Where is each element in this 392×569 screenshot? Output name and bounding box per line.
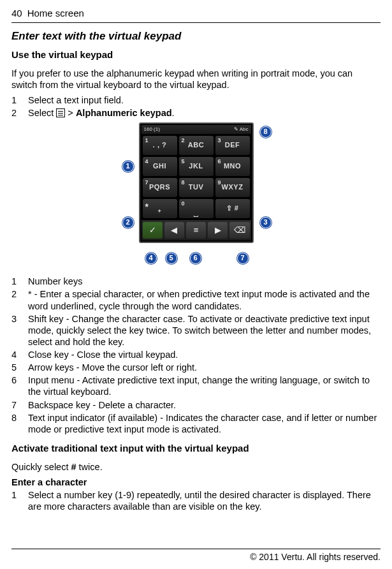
step-number: 1 xyxy=(11,489,28,512)
legend-row: 4Close key - Close the virtual keypad. xyxy=(11,349,381,360)
step-number: 1 xyxy=(11,94,28,106)
text-part: Quickly select xyxy=(11,462,71,472)
key-5[interactable]: 5JKL xyxy=(179,157,214,176)
legend-number: 1 xyxy=(11,276,28,287)
step-text-bold: Alphanumeric keypad xyxy=(76,108,172,118)
page-header: 40 Home screen xyxy=(11,8,381,20)
input-menu-key[interactable]: ≡ xyxy=(186,222,206,239)
arrow-left-key[interactable]: ◀ xyxy=(164,222,184,239)
virtual-keypad: 160 (1) ✎ Abc 1. , ? 2ABC 3DEF 4GHI 5JKL… xyxy=(139,122,254,243)
step-text-part: Select xyxy=(28,108,56,118)
legend-text: Close key - Close the virtual keypad. xyxy=(28,349,381,360)
step-text: Select > Alphanumeric keypad. xyxy=(28,107,381,119)
keypad-figure: 160 (1) ✎ Abc 1. , ? 2ABC 3DEF 4GHI 5JKL… xyxy=(11,122,381,269)
key-shift[interactable]: ⇧ # xyxy=(215,199,250,218)
legend-row: 8Text input indicator (if available) - I… xyxy=(11,412,381,435)
step-row: 1 Select a text input field. xyxy=(11,94,381,106)
step-text: Select a number key (1-9) repeatedly, un… xyxy=(28,489,381,512)
key-1[interactable]: 1. , ? xyxy=(143,136,177,155)
legend-text: * - Enter a special character, or when p… xyxy=(28,288,381,311)
arrow-right-key[interactable]: ▶ xyxy=(208,222,228,239)
legend-row: 5Arrow keys - Move the cursor left or ri… xyxy=(11,362,381,373)
legend-text: Arrow keys - Move the cursor left or rig… xyxy=(28,362,381,373)
section-title: Home screen xyxy=(22,8,381,20)
close-key[interactable]: ✓ xyxy=(143,222,163,239)
legend-text: Input menu - Activate predictive text in… xyxy=(28,374,381,397)
legend-number: 7 xyxy=(11,399,28,411)
header-rule xyxy=(11,22,381,23)
step-row: 1 Select a number key (1-9) repeatedly, … xyxy=(11,489,381,512)
activate-paragraph: Quickly select # twice. xyxy=(11,461,381,473)
step-text: Select a text input field. xyxy=(28,94,381,106)
key-2[interactable]: 2ABC xyxy=(179,136,214,155)
backspace-key[interactable]: ⌫ xyxy=(229,222,249,239)
callout-4: 4 xyxy=(145,253,157,264)
status-left: 160 (1) xyxy=(144,126,160,133)
legend-text: Shift key - Change the character case. T… xyxy=(28,313,381,348)
key-3[interactable]: 3DEF xyxy=(215,136,250,155)
copyright-text: © 2011 Vertu. All rights reserved. xyxy=(11,552,381,563)
intro-paragraph: If you prefer to use the alphanumeric ke… xyxy=(11,68,381,91)
heading-use-keypad: Use the virtual keypad xyxy=(11,49,381,61)
page-number: 40 xyxy=(11,8,22,20)
status-right: ✎ Abc xyxy=(234,126,249,133)
legend-row: 3Shift key - Change the character case. … xyxy=(11,313,381,348)
hash-bold: # xyxy=(71,462,76,472)
legend-row: 6Input menu - Activate predictive text i… xyxy=(11,374,381,397)
text-part: twice. xyxy=(76,462,103,472)
callout-6: 6 xyxy=(190,253,201,264)
legend-number: 5 xyxy=(11,362,28,373)
step-text-part: > xyxy=(65,108,76,118)
callout-2: 2 xyxy=(122,217,134,228)
callout-1: 1 xyxy=(122,161,134,172)
callout-5: 5 xyxy=(166,253,177,264)
legend-row: 1Number keys xyxy=(11,276,381,287)
legend-number: 4 xyxy=(11,349,28,360)
legend-row: 7Backspace key - Delete a character. xyxy=(11,399,381,411)
legend-text: Text input indicator (if available) - In… xyxy=(28,412,381,435)
step-text-part: . xyxy=(172,108,175,118)
step-number: 2 xyxy=(11,107,28,119)
legend-text: Backspace key - Delete a character. xyxy=(28,399,381,411)
keypad-bottom-row: ✓ ◀ ≡ ▶ ⌫ xyxy=(142,220,251,240)
step-row: 2 Select > Alphanumeric keypad. xyxy=(11,107,381,119)
key-star[interactable]: *+ xyxy=(143,199,177,218)
key-8[interactable]: 8TUV xyxy=(179,178,214,197)
key-0[interactable]: 0⎵ xyxy=(179,199,214,218)
heading-enter-text: Enter text with the virtual keypad xyxy=(11,29,381,43)
menu-icon xyxy=(56,108,65,117)
keypad-status-bar: 160 (1) ✎ Abc xyxy=(142,125,251,134)
key-7[interactable]: 7PQRS xyxy=(143,178,177,197)
heading-enter-character: Enter a character xyxy=(11,477,381,488)
legend-text: Number keys xyxy=(28,276,381,287)
key-4[interactable]: 4GHI xyxy=(143,157,177,176)
legend-number: 8 xyxy=(11,412,28,435)
callout-8: 8 xyxy=(260,126,272,138)
page-footer: © 2011 Vertu. All rights reserved. xyxy=(11,543,381,563)
callout-7: 7 xyxy=(237,253,249,264)
legend-number: 6 xyxy=(11,374,28,397)
key-9[interactable]: 9WXYZ xyxy=(215,178,250,197)
heading-activate-traditional: Activate traditional text input with the… xyxy=(11,443,381,455)
legend-number: 2 xyxy=(11,288,28,311)
legend-number: 3 xyxy=(11,313,28,348)
key-6[interactable]: 6MNO xyxy=(215,157,250,176)
keypad-grid: 1. , ? 2ABC 3DEF 4GHI 5JKL 6MNO 7PQRS 8T… xyxy=(142,134,251,220)
legend-row: 2* - Enter a special character, or when … xyxy=(11,288,381,311)
footer-rule xyxy=(11,549,381,549)
callout-3: 3 xyxy=(260,217,272,228)
